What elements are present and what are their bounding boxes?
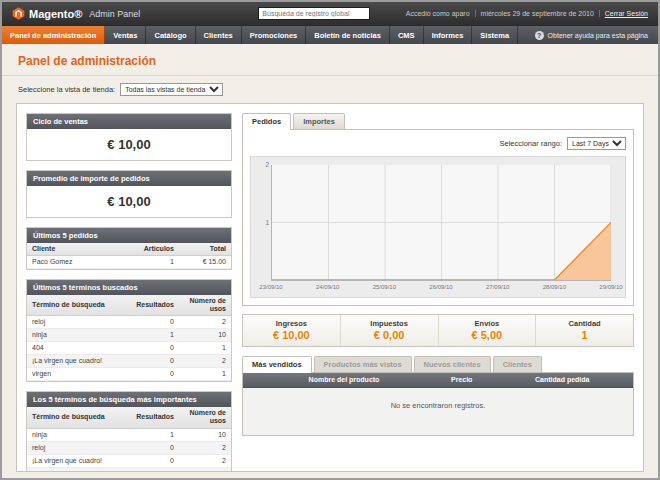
table-cell: 1 [131,329,179,342]
table-cell: 1 [179,368,231,381]
table-cell: 404 [27,467,131,472]
magento-logo-icon [12,7,25,20]
x-axis-label: 29/09/10 [599,284,622,290]
tab-pedidos[interactable]: Pedidos [242,113,291,130]
main-nav: Panel de administraciónVentasCatálogoCli… [2,25,658,44]
nav-item-boletin-de-noticias[interactable]: Boletín de noticias [306,26,390,44]
chart-xlabels: 23/09/1024/09/1025/09/1026/09/1027/09/10… [271,283,611,294]
table-cell: 1 [135,256,179,269]
logged-in-text: Accedió como aparo [406,10,470,17]
column-header: Nombre del producto [243,373,445,388]
table-header-row: Término de búsquedaResultadosNúmero de u… [27,295,231,316]
table-cell: 0 [131,342,179,355]
table-cell: virgen [27,368,131,381]
sales-cycle-box: Ciclo de ventas € 10,00 [26,113,232,161]
nav-item-ventas[interactable]: Ventas [105,26,146,44]
last-orders-table: ClienteArtículosTotal Paco Gomez1€ 15.00 [27,243,231,269]
tab-productos-mas-vistos[interactable]: Productos más vistos [314,356,412,372]
table-cell: € 15.00 [179,256,231,269]
box-title: Los 5 términos de búsqueda más important… [27,392,231,407]
table-header-row: Nombre del productoPrecioCantidad pedida [243,373,633,388]
nav-item-informes[interactable]: Informes [424,26,473,44]
range-select[interactable]: Last 7 Days [567,137,626,150]
table-cell: 0 [131,316,179,329]
magento-admin-window: Magento® Admin Panel Accedió como aparo … [0,0,660,480]
column-header: Término de búsqueda [27,295,131,316]
chart-plot: 12 [271,165,611,281]
column-header: Resultados [131,407,179,428]
empty-row: No se encontraron registros. [243,388,633,435]
help-icon: ? [535,31,544,40]
tab-clientes[interactable]: Clientes [493,356,542,372]
box-title: Últimos 5 términos buscados [27,280,231,295]
column-header: Cantidad pedida [529,373,633,388]
products-table: Nombre del productoPrecioCantidad pedida… [243,373,633,435]
nav-item-clientes[interactable]: Clientes [196,26,242,44]
table-cell: reloj [27,441,131,454]
table-row: Paco Gomez1€ 15.00 [27,256,231,269]
products-tabs: Más vendidosProductos más vistosNuevos c… [242,356,634,373]
last-search-terms-box: Últimos 5 términos buscados Término de b… [26,279,232,382]
column-header: Término de búsqueda [27,407,131,428]
global-search-input[interactable] [258,7,370,20]
logout-link[interactable]: Cerrar Sesión [599,10,648,17]
store-view-select[interactable]: Todas las vistas de tienda [120,83,223,96]
table-cell: 0 [131,355,179,368]
nav-item-panel-de-administracion[interactable]: Panel de administración [2,26,105,44]
table-cell: ninja [27,428,131,441]
table-row: ¡La virgen que cuadro!02 [27,454,231,467]
column-header: Cliente [27,243,135,256]
brand-name: Magento® [29,8,82,20]
last-orders-box: Últimos 5 pedidos ClienteArtículosTotal … [26,227,232,270]
title-divider [2,75,658,76]
stat-label: Cantidad [538,319,631,328]
table-header-row: ClienteArtículosTotal [27,243,231,256]
box-title: Promedio de importe de pedidos [27,171,231,186]
column-header: Número de usos [179,295,231,316]
tab-nuevos-clientes[interactable]: Nuevos clientes [414,356,491,372]
stat-value: 1 [538,329,631,341]
tab-mas-vendidos[interactable]: Más vendidos [242,356,312,373]
table-cell: 10 [179,329,231,342]
header-bar: Magento® Admin Panel Accedió como aparo … [2,2,658,25]
column-header: Artículos [135,243,179,256]
y-axis-label: 1 [259,219,269,226]
orders-chart-svg [272,165,611,280]
top-search-terms-table: Término de búsquedaResultadosNúmero de u… [27,407,231,472]
table-cell: 2 [179,441,231,454]
orders-chart-panel: Seleccionar rango: Last 7 Days 12 23/09/… [242,130,634,306]
nav-item-promociones[interactable]: Promociones [242,26,307,44]
table-cell: 1 [179,342,231,355]
sales-cycle-value: € 10,00 [27,129,231,160]
range-label: Seleccionar rango: [499,139,562,148]
stat-cantidad: Cantidad1 [535,315,633,346]
nav-item-sistema[interactable]: Sistema [472,26,518,44]
tab-importes[interactable]: Importes [293,113,345,129]
table-cell: 2 [179,316,231,329]
stat-label: Envíos [441,319,534,328]
table-row: reloj02 [27,316,231,329]
y-axis-label: 2 [259,161,269,168]
table-cell: 1 [179,467,231,472]
table-row: 40401 [27,342,231,355]
table-row: ninja110 [27,329,231,342]
help-link[interactable]: ? Obtener ayuda para esta página [525,26,658,44]
box-title: Ciclo de ventas [27,114,231,129]
table-row: virgen01 [27,368,231,381]
x-axis-label: 27/09/10 [486,284,509,290]
table-cell: 0 [131,368,179,381]
stat-value: € 5,00 [441,329,534,341]
column-header: Número de usos [179,407,231,428]
table-cell: ¡La virgen que cuadro! [27,454,131,467]
nav-item-catalogo[interactable]: Catálogo [146,26,195,44]
stat-value: € 10,00 [245,329,338,341]
dashboard-panel: Ciclo de ventas € 10,00 Promedio de impo… [16,103,644,472]
column-header: Total [179,243,231,256]
empty-message: No se encontraron registros. [243,388,633,435]
x-axis-label: 24/09/10 [316,284,339,290]
help-label: Obtener ayuda para esta página [548,32,648,39]
nav-item-cms[interactable]: CMS [390,26,424,44]
table-cell: 10 [179,428,231,441]
table-row: ¡La virgen que cuadro!02 [27,355,231,368]
stat-value: € 0,00 [343,329,436,341]
